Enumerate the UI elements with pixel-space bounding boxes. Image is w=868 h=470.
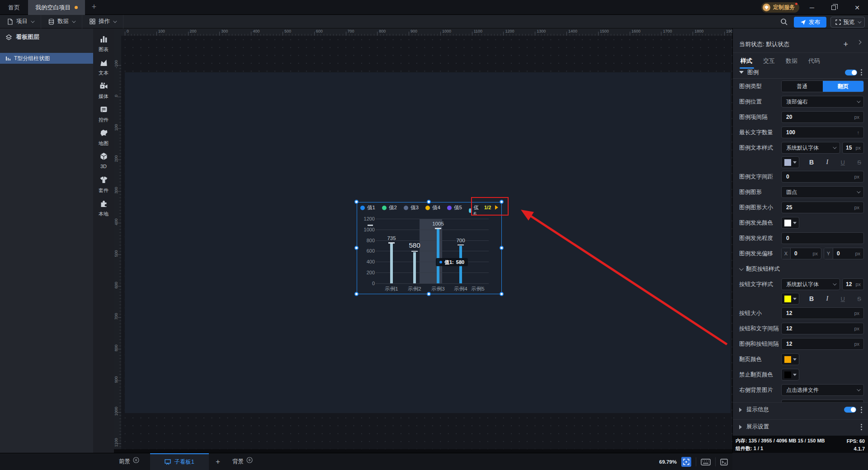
menu-operation[interactable]: 操作 (82, 15, 123, 28)
bar[interactable] (390, 244, 393, 283)
grid-icon (90, 19, 95, 24)
add-subboard-button[interactable]: + (209, 457, 227, 466)
underline-button[interactable]: U (841, 296, 845, 302)
bar[interactable] (413, 252, 416, 283)
zoom-level[interactable]: 69.79% (659, 459, 677, 465)
bold-button[interactable]: B (809, 159, 814, 166)
custom-service-badge[interactable]: 定制服务 (761, 2, 799, 13)
t-grouped-bar-chart[interactable]: 值1值2值3值4值5值6 1/2 12001000800600400200073… (357, 202, 502, 294)
collapse-icon[interactable] (739, 71, 744, 74)
tab-style[interactable]: 样式 (741, 57, 752, 65)
console-icon[interactable] (720, 459, 728, 465)
strikethrough-button[interactable]: S (857, 296, 861, 302)
more-options-icon[interactable] (861, 407, 862, 413)
font-select-field[interactable]: 系统默认字体 (781, 278, 840, 290)
menu-data[interactable]: 数据 (41, 15, 82, 28)
underline-button[interactable]: U (841, 159, 845, 166)
background-label[interactable]: 背景 (232, 458, 244, 465)
text-style-buttons: BIUS (799, 159, 864, 166)
toolbox-item-图表[interactable]: 图表 (99, 35, 108, 58)
canvas-scroll-track[interactable] (114, 449, 732, 453)
add-state-button[interactable]: + (843, 40, 848, 49)
add-background-icon[interactable] (246, 457, 253, 463)
color-swatch (784, 356, 791, 363)
ruler-label: 400 (114, 215, 118, 229)
input-field[interactable]: 12px (781, 323, 864, 334)
segment-option[interactable]: 普通 (782, 81, 823, 92)
toolbox-item-本地[interactable]: 本地 (99, 199, 108, 223)
offset-x-input[interactable]: X0px (781, 248, 821, 259)
input-field[interactable]: 12px (781, 338, 864, 350)
input-field[interactable]: 100↑ (781, 127, 864, 138)
size-input-field[interactable]: 12px (842, 278, 864, 290)
strikethrough-button[interactable]: S (857, 159, 861, 166)
row-label: 图例位置 (739, 98, 781, 106)
selection-handle[interactable] (354, 200, 359, 204)
selection-handle[interactable] (500, 292, 504, 296)
toolbox-item-控件[interactable]: 控件 (99, 105, 108, 129)
color-swatch-button[interactable] (781, 369, 799, 381)
fold-display-settings[interactable]: 展示设置 (733, 419, 868, 434)
color-swatch-button[interactable] (781, 353, 799, 365)
publish-button[interactable]: 发布 (794, 17, 826, 28)
input-field[interactable]: 20px (781, 111, 864, 123)
keyboard-icon[interactable] (701, 459, 711, 465)
italic-button[interactable]: I (826, 295, 829, 302)
input-field[interactable]: 12px (781, 307, 864, 319)
more-options-icon[interactable] (861, 69, 862, 75)
legend-toggle[interactable] (845, 70, 857, 75)
layer-item-selected[interactable]: T型分组柱状图 (0, 53, 93, 64)
bold-button[interactable]: B (809, 295, 814, 302)
fit-to-screen-button[interactable] (681, 457, 691, 467)
fold-tips-info[interactable]: 提示信息 (733, 402, 868, 417)
select-field[interactable]: 圆点 (781, 186, 864, 198)
maximize-button[interactable] (825, 0, 843, 15)
chevron-down-icon (113, 19, 117, 23)
input-field[interactable]: 25px (781, 202, 864, 213)
tips-toggle[interactable] (844, 407, 856, 413)
selection-handle[interactable] (427, 292, 431, 296)
input-field[interactable]: 0px (781, 171, 864, 183)
select-field[interactable]: 点击选择文件 (781, 384, 864, 396)
tab-home[interactable]: 首页 (0, 0, 28, 15)
version-label: 4.1.7 (854, 446, 865, 451)
select-field[interactable]: 顶部偏右 (781, 96, 864, 108)
toolbox-item-媒体[interactable]: 媒体 (99, 82, 108, 105)
selection-handle[interactable] (500, 246, 504, 250)
ruler-label: 1100 (474, 29, 482, 33)
selection-handle[interactable] (427, 200, 431, 204)
color-swatch-button[interactable] (781, 293, 799, 305)
selection-handle[interactable] (354, 292, 359, 296)
offset-y-input[interactable]: Y0px (824, 248, 864, 259)
selection-handle[interactable] (354, 246, 359, 250)
italic-button[interactable]: I (826, 159, 829, 166)
toolbox-item-3D[interactable]: 3D (99, 152, 108, 176)
new-tab-button[interactable]: + (89, 2, 99, 12)
menu-project[interactable]: 项目 (0, 15, 41, 28)
preview-button[interactable]: 预览 (830, 17, 865, 28)
font-select-field[interactable]: 系统默认字体 (781, 142, 840, 154)
add-foreground-icon[interactable] (133, 457, 139, 463)
color-swatch-button[interactable] (781, 156, 799, 168)
foreground-label[interactable]: 前景 (119, 458, 130, 465)
color-swatch-button[interactable] (781, 217, 799, 229)
input-field[interactable]: 0 (781, 232, 864, 244)
section-header-page-buttons[interactable]: 翻页按钮样式 (733, 261, 868, 277)
close-button[interactable]: ✕ (848, 0, 866, 15)
subboard-tab[interactable]: 子看板1 (150, 453, 209, 470)
minimize-button[interactable]: ─ (803, 0, 821, 15)
search-icon[interactable] (780, 18, 788, 26)
segment-option[interactable]: 翻页 (823, 81, 864, 92)
toolbox-item-套件[interactable]: 套件 (99, 176, 108, 199)
more-options-icon[interactable] (861, 424, 862, 430)
legend-group-header-clipped[interactable]: 图例 (733, 69, 868, 79)
bar[interactable] (437, 229, 439, 283)
tab-data[interactable]: 数据 (786, 57, 797, 65)
tab-interaction[interactable]: 交互 (763, 57, 775, 65)
toolbox-item-地图[interactable]: 地图 (99, 129, 108, 152)
size-input-field[interactable]: 15px (842, 142, 864, 154)
section-label: 翻页按钮样式 (746, 265, 780, 273)
tab-code[interactable]: 代码 (808, 57, 820, 65)
toolbox-item-文本[interactable]: 文本 (99, 58, 108, 82)
tab-project[interactable]: 我的空白项目 (28, 0, 85, 15)
